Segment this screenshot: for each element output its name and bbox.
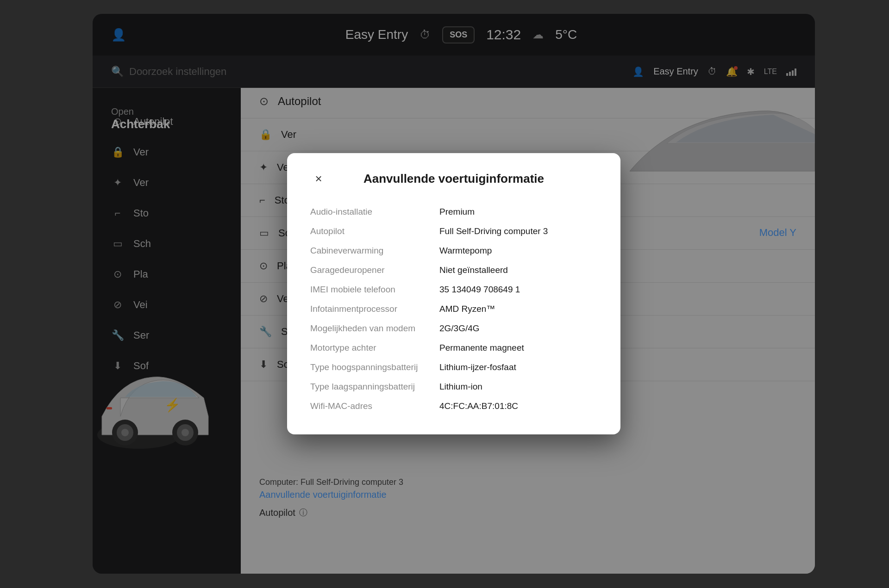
- info-row-value: Warmtepomp: [439, 246, 597, 256]
- tesla-display: 👤 Easy Entry ⏱ SOS 12:32 ☁ 5°C 🔍 Doorzoe…: [93, 14, 815, 574]
- info-row-label: Mogelijkheden van modem: [310, 323, 439, 334]
- modal-close-button[interactable]: ×: [310, 171, 327, 187]
- info-row-value: 35 134049 708649 1: [439, 285, 597, 295]
- info-row-label: Type laagspanningsbatterij: [310, 382, 439, 392]
- info-row: GaragedeuropenerNiet geïnstalleerd: [310, 260, 597, 280]
- info-row-value: Lithium-ion: [439, 382, 597, 392]
- info-row: IMEI mobiele telefoon35 134049 708649 1: [310, 280, 597, 299]
- modal-overlay: × Aanvullende voertuiginformatie Audio-i…: [93, 14, 815, 574]
- info-row: Motortype achterPermanente magneet: [310, 338, 597, 358]
- info-row-value: 2G/3G/4G: [439, 323, 597, 334]
- info-row-label: Type hoogspanningsbatterij: [310, 362, 439, 372]
- info-row-value: Premium: [439, 207, 597, 217]
- info-row-label: Wifi-MAC-adres: [310, 401, 439, 411]
- info-row: InfotainmentprocessorAMD Ryzen™: [310, 299, 597, 319]
- info-row-label: Infotainmentprocessor: [310, 304, 439, 314]
- info-row-label: Motortype achter: [310, 343, 439, 353]
- info-row: Audio-installatiePremium: [310, 202, 597, 222]
- modal-header: × Aanvullende voertuiginformatie: [310, 172, 597, 186]
- info-row-value: Permanente magneet: [439, 343, 597, 353]
- info-row-value: Lithium-ijzer-fosfaat: [439, 362, 597, 372]
- info-row-label: IMEI mobiele telefoon: [310, 285, 439, 295]
- info-row-value: 4C:FC:AA:B7:01:8C: [439, 401, 597, 411]
- info-row-label: Cabineverwarming: [310, 246, 439, 256]
- info-row: Wifi-MAC-adres4C:FC:AA:B7:01:8C: [310, 396, 597, 416]
- info-row: Mogelijkheden van modem2G/3G/4G: [310, 319, 597, 338]
- info-row-label: Garagedeuropener: [310, 265, 439, 275]
- info-row: Type laagspanningsbatterijLithium-ion: [310, 377, 597, 396]
- modal-dialog: × Aanvullende voertuiginformatie Audio-i…: [287, 153, 620, 434]
- info-row-value: Full Self-Driving computer 3: [439, 226, 597, 236]
- info-row-label: Audio-installatie: [310, 207, 439, 217]
- info-row-label: Autopilot: [310, 226, 439, 236]
- info-row: Type hoogspanningsbatterijLithium-ijzer-…: [310, 358, 597, 377]
- info-row: AutopilotFull Self-Driving computer 3: [310, 222, 597, 241]
- info-table: Audio-installatiePremiumAutopilotFull Se…: [310, 202, 597, 416]
- info-row-value: AMD Ryzen™: [439, 304, 597, 314]
- info-row-value: Niet geïnstalleerd: [439, 265, 597, 275]
- info-row: CabineverwarmingWarmtepomp: [310, 241, 597, 260]
- modal-title: Aanvullende voertuiginformatie: [310, 172, 597, 186]
